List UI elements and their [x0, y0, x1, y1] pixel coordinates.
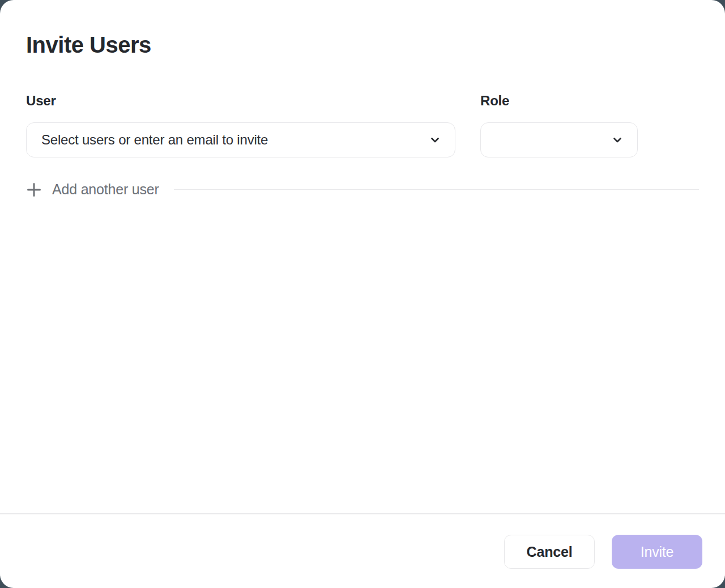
- role-select[interactable]: [480, 122, 638, 157]
- cancel-button[interactable]: Cancel: [504, 535, 595, 569]
- user-select[interactable]: Select users or enter an email to invite: [26, 122, 455, 157]
- horizontal-rule: [174, 189, 699, 190]
- add-another-user-button[interactable]: Add another user: [26, 181, 159, 198]
- invite-fields-row: User Select users or enter an email to i…: [26, 93, 699, 157]
- empty-spacer: [26, 198, 699, 513]
- user-select-placeholder: Select users or enter an email to invite: [41, 132, 268, 148]
- user-field-group: User Select users or enter an email to i…: [26, 93, 455, 157]
- add-another-user-label: Add another user: [52, 181, 159, 198]
- role-field-group: Role: [480, 93, 638, 157]
- page-title: Invite Users: [26, 32, 699, 58]
- plus-icon: [26, 182, 42, 198]
- add-user-row: Add another user: [26, 181, 699, 198]
- chevron-down-icon: [611, 134, 624, 146]
- role-field-label: Role: [480, 93, 638, 109]
- invite-button[interactable]: Invite: [612, 535, 702, 569]
- dialog-body: Invite Users User Select users or enter …: [0, 0, 725, 513]
- user-field-label: User: [26, 93, 455, 109]
- chevron-down-icon: [429, 134, 441, 146]
- dialog-footer: Cancel Invite: [0, 513, 725, 588]
- invite-users-dialog: Invite Users User Select users or enter …: [0, 0, 725, 588]
